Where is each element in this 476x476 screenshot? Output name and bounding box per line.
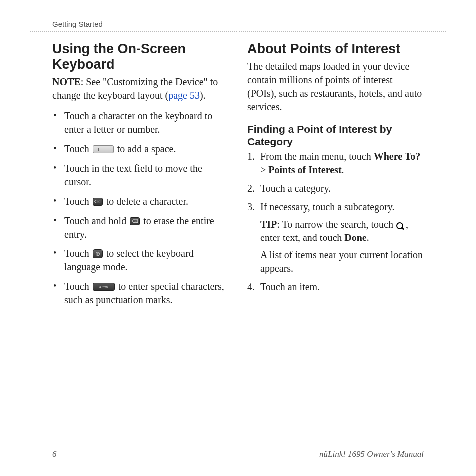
left-column: Using the On-Screen Keyboard NOTE: See "… [52,41,229,313]
section-header: Getting Started [30,20,446,32]
bullet-cursor: Touch in the text field to move the curs… [52,162,229,189]
bullet-delete: Touch to delete a character. [52,195,229,208]
step-1: From the main menu, touch Where To? > Po… [247,150,424,177]
bullet-delete-pre: Touch [64,196,92,207]
poi-intro: The detailed maps loaded in your device … [247,60,424,114]
bullet-sym-pre: Touch [64,281,92,292]
symbols-icon [93,283,115,291]
step1-pre: From the main menu, touch [260,151,374,162]
step1-end: . [342,164,344,175]
note-paragraph: NOTE: See "Customizing the Device" to ch… [52,75,229,102]
bullet-language: Touch to select the keyboard language mo… [52,247,229,274]
step1-sep: > [260,164,268,175]
search-icon [396,222,405,231]
content-columns: Using the On-Screen Keyboard NOTE: See "… [30,41,446,313]
done-bold: Done [344,232,366,243]
note-label: NOTE [52,76,81,87]
keyboard-bullets: Touch a character on the keyboard to ent… [52,109,229,307]
step-4: Touch an item. [247,280,424,294]
spacebar-icon [93,145,114,153]
tip-label: TIP [260,219,277,230]
bullet-character: Touch a character on the keyboard to ent… [52,109,229,136]
tip-block: TIP: To narrow the search, touch , enter… [260,218,424,244]
backspace-hold-icon [130,217,140,225]
globe-icon [93,249,103,258]
backspace-icon [93,198,103,206]
right-column: About Points of Interest The detailed ma… [247,41,424,313]
poi-bold: Points of Interest [268,164,341,175]
step3-text: If necessary, touch a subcategory. [260,201,394,212]
bullet-symbols: Touch to enter special characters, such … [52,280,229,307]
subheading-category: Finding a Point of Interest by Category [247,123,424,148]
tip-text-a: : To narrow the search, touch [277,219,396,230]
bullet-space-post: to add a space. [115,143,176,154]
steps-list: From the main menu, touch Where To? > Po… [247,150,424,294]
bullet-delete-post: to delete a character. [104,196,188,207]
note-text-b: ). [200,90,206,101]
step-2: Touch a category. [247,182,424,195]
right-heading: About Points of Interest [247,41,424,57]
page-number: 6 [52,449,57,459]
left-heading: Using the On-Screen Keyboard [52,41,229,72]
footer: 6 nüLink! 1695 Owner's Manual [0,449,476,459]
step3-result: A list of items near your current locati… [260,248,424,275]
manual-title: nüLink! 1695 Owner's Manual [319,449,424,459]
bullet-erase-pre: Touch and hold [64,215,129,226]
bullet-lang-pre: Touch [64,248,92,259]
bullet-space-pre: Touch [64,143,92,154]
bullet-erase: Touch and hold to erase the entire entry… [52,214,229,241]
bullet-space: Touch to add a space. [52,142,229,156]
step-3: If necessary, touch a subcategory. TIP: … [247,200,424,275]
page-link[interactable]: page 53 [168,90,200,101]
where-to-bold: Where To? [374,151,421,162]
tip-end: . [367,232,369,243]
